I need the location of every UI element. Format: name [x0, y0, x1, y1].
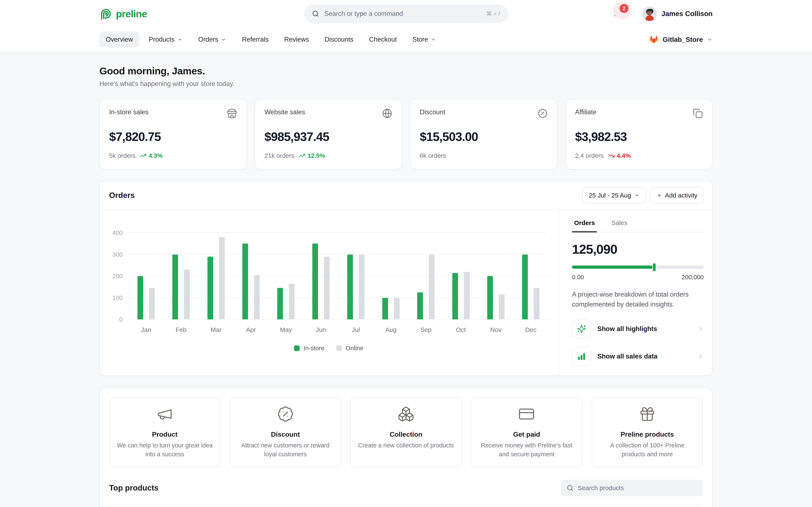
show-all-sales-data-link[interactable]: Show all sales data	[572, 347, 704, 366]
x-axis-label: Mar	[199, 326, 234, 333]
clone-icon	[693, 108, 703, 118]
progress-min-label: 0.00	[572, 274, 584, 281]
x-axis-label: Oct	[444, 326, 478, 333]
header-divider	[635, 8, 635, 20]
date-range-button[interactable]: 25 Jul - 25 Aug	[582, 187, 646, 204]
boxes-icon	[398, 406, 414, 422]
legend-item-in-store: In-store	[294, 345, 324, 352]
chevron-down-icon	[430, 37, 436, 42]
bar-online-aug[interactable]	[394, 298, 400, 320]
nav-item-overview[interactable]: Overview	[99, 32, 139, 48]
feature-card-get-paid[interactable]: Get paid Receive money with Preline's fa…	[471, 397, 582, 467]
plus-icon	[657, 193, 662, 198]
nav-item-store[interactable]: Store	[406, 32, 442, 48]
badge-percent-icon	[277, 406, 294, 422]
x-axis-label: Feb	[163, 326, 198, 333]
store-switcher-label: Gitlab_Store	[663, 36, 703, 44]
trending-down-icon	[608, 152, 615, 159]
orders-progress-thumb[interactable]	[653, 263, 656, 271]
bar-in-store-mar[interactable]	[207, 257, 213, 320]
stat-meta: 21k orders	[264, 152, 295, 159]
bar-in-store-jul[interactable]	[347, 255, 353, 320]
bar-chart-icon	[572, 347, 591, 366]
stat-label: Affiliate	[575, 108, 597, 116]
bar-online-oct[interactable]	[464, 272, 470, 320]
globe-icon	[382, 108, 392, 118]
products-search[interactable]	[561, 480, 703, 496]
bar-in-store-may[interactable]	[277, 288, 283, 320]
bar-in-store-apr[interactable]	[242, 243, 248, 320]
chevron-down-icon	[707, 37, 713, 43]
bar-in-store-dec[interactable]	[522, 255, 528, 320]
x-axis-label: Apr	[234, 326, 268, 333]
gift-icon	[639, 406, 656, 422]
nav-label: Overview	[106, 36, 133, 43]
bar-online-jul[interactable]	[359, 255, 364, 320]
search-shortcut: ⌘ + /	[486, 10, 500, 17]
megaphone-icon	[156, 406, 173, 422]
user-menu[interactable]: James Collison	[643, 7, 713, 21]
bar-group-jul	[339, 218, 373, 320]
feature-card-preline-products[interactable]: Preline products A collection of 100+ Pr…	[592, 397, 703, 467]
orders-side-tabs: Orders Sales	[572, 219, 704, 232]
nav-item-referrals[interactable]: Referrals	[236, 32, 275, 48]
feature-description: A collection of 100+ Preline products an…	[598, 441, 696, 459]
notification-badge: 2	[620, 4, 628, 13]
bar-online-sep[interactable]	[429, 255, 435, 320]
bar-in-store-jun[interactable]	[312, 243, 318, 320]
store-switcher[interactable]: Gitlab_Store	[649, 35, 713, 45]
global-search[interactable]: ⌘ + /	[304, 4, 508, 23]
legend-swatch-online	[336, 345, 342, 351]
feature-description: Receive money with Preline's fast and se…	[478, 441, 575, 459]
search-input[interactable]	[324, 10, 481, 17]
products-search-input[interactable]	[578, 485, 697, 492]
bar-online-nov[interactable]	[499, 294, 505, 320]
show-all-highlights-link[interactable]: Show all highlights	[572, 320, 704, 338]
bar-online-dec[interactable]	[534, 288, 540, 320]
tab-orders[interactable]: Orders	[572, 219, 597, 232]
stat-value: $7,820.75	[109, 129, 237, 144]
add-activity-label: Add activity	[665, 192, 697, 199]
bar-in-store-sep[interactable]	[417, 292, 423, 320]
nav-item-checkout[interactable]: Checkout	[363, 32, 403, 48]
bar-online-apr[interactable]	[254, 275, 260, 320]
bar-online-jun[interactable]	[324, 257, 329, 320]
x-axis-label: Nov	[478, 326, 513, 333]
feature-card-collection[interactable]: Collection Create a new collection of pr…	[350, 397, 462, 467]
x-axis-label: May	[268, 326, 303, 333]
tab-sales[interactable]: Sales	[609, 219, 629, 232]
notifications-button[interactable]: 2	[612, 7, 625, 20]
bar-online-mar[interactable]	[219, 237, 225, 320]
chart-plot: 0100200300400	[129, 218, 548, 320]
bar-group-sep	[408, 218, 443, 320]
nav-item-reviews[interactable]: Reviews	[278, 32, 315, 48]
bar-in-store-feb[interactable]	[172, 255, 178, 320]
nav-item-products[interactable]: Products	[142, 32, 189, 48]
bar-in-store-jan[interactable]	[138, 276, 143, 320]
nav-label: Referrals	[242, 36, 268, 43]
nav-item-discounts[interactable]: Discounts	[318, 32, 360, 48]
preline-logo[interactable]: preline	[99, 7, 147, 20]
bar-group-aug	[373, 218, 408, 320]
feature-card-discount[interactable]: Discount Attract new customers or reward…	[230, 397, 341, 467]
x-axis-label: Sep	[408, 326, 443, 333]
bar-in-store-nov[interactable]	[487, 276, 493, 320]
x-axis-label: Jul	[339, 326, 373, 333]
bar-online-jan[interactable]	[149, 288, 155, 320]
y-axis-label: 400	[109, 229, 123, 236]
preline-logo-icon	[99, 7, 112, 20]
bar-group-jun	[303, 218, 338, 320]
stat-value: $985,937.45	[264, 129, 393, 144]
bar-in-store-oct[interactable]	[452, 273, 458, 320]
bar-in-store-aug[interactable]	[382, 298, 388, 320]
bar-group-dec	[513, 218, 548, 320]
user-name: James Collison	[661, 10, 713, 18]
bar-online-feb[interactable]	[184, 270, 190, 320]
bar-online-may[interactable]	[289, 284, 295, 320]
feature-card-product[interactable]: Product We can help to turn your great i…	[109, 397, 220, 467]
nav-item-orders[interactable]: Orders	[192, 32, 233, 48]
y-axis-label: 0	[109, 316, 123, 323]
add-activity-button[interactable]: Add activity	[650, 187, 704, 204]
legend-swatch-in-store	[294, 345, 300, 351]
orders-progress-slider[interactable]	[572, 266, 704, 269]
